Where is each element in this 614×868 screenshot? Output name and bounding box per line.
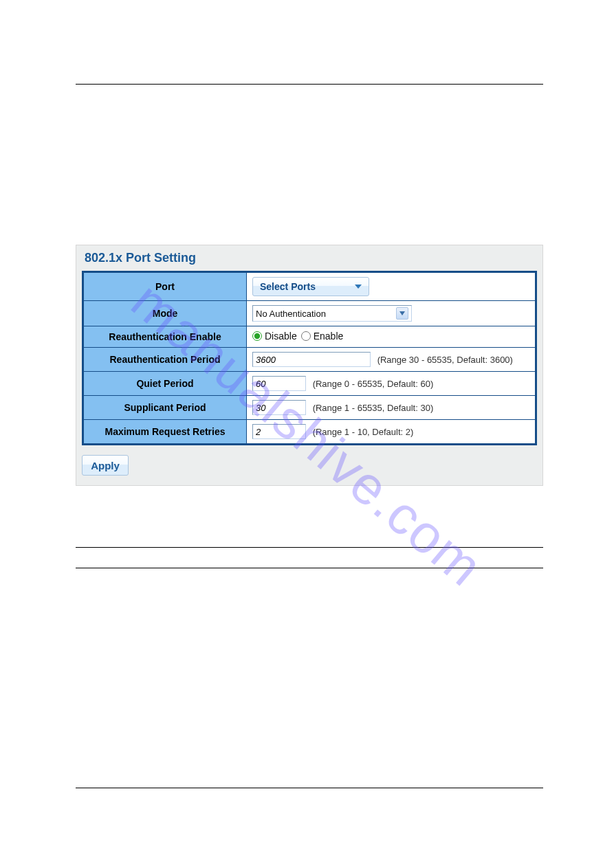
max-retries-input[interactable] <box>252 424 306 439</box>
mode-select[interactable]: No Authentication <box>252 305 412 322</box>
panel-title: 802.1x Port Setting <box>76 245 542 271</box>
radio-disable-label[interactable]: Disable <box>252 331 297 342</box>
radio-disable[interactable] <box>252 331 262 341</box>
quiet-period-input[interactable] <box>252 376 306 391</box>
row-reauth-period: Reauthentication Period (Range 30 - 6553… <box>83 348 536 372</box>
reauth-period-input[interactable] <box>252 352 371 367</box>
label-reauth-period: Reauthentication Period <box>83 348 247 372</box>
mid-divider-block <box>76 529 543 570</box>
label-max-retries: Maximum Request Retries <box>83 420 247 445</box>
supplicant-period-hint: (Range 1 - 65535, Default: 30) <box>313 403 434 413</box>
label-supplicant-period: Supplicant Period <box>83 396 247 420</box>
radio-enable[interactable] <box>301 331 311 341</box>
quiet-period-hint: (Range 0 - 65535, Default: 60) <box>313 379 434 389</box>
supplicant-period-input[interactable] <box>252 400 306 415</box>
chevron-down-icon <box>355 285 362 289</box>
settings-panel: 802.1x Port Setting Port Select Ports Mo… <box>76 245 543 486</box>
select-ports-button[interactable]: Select Ports <box>252 277 369 296</box>
row-supplicant-period: Supplicant Period (Range 1 - 65535, Defa… <box>83 396 536 420</box>
settings-table: Port Select Ports Mode No Authentication <box>82 271 537 445</box>
mode-value: No Authentication <box>256 309 326 319</box>
radio-enable-label[interactable]: Enable <box>301 331 344 342</box>
bottom-divider-block <box>76 748 543 821</box>
label-port: Port <box>83 272 247 301</box>
row-mode: Mode No Authentication <box>83 301 536 326</box>
label-reauth-enable: Reauthentication Enable <box>83 326 247 348</box>
label-mode: Mode <box>83 301 247 326</box>
top-divider-block <box>76 62 543 110</box>
reauth-enable-radios: Disable Enable <box>252 331 343 342</box>
row-quiet-period: Quiet Period (Range 0 - 65535, Default: … <box>83 372 536 396</box>
chevron-down-icon <box>396 307 408 320</box>
row-max-retries: Maximum Request Retries (Range 1 - 10, D… <box>83 420 536 445</box>
apply-button[interactable]: Apply <box>82 455 129 476</box>
select-ports-label: Select Ports <box>260 281 316 292</box>
row-reauth-enable: Reauthentication Enable Disable Enable <box>83 326 536 348</box>
row-port: Port Select Ports <box>83 272 536 301</box>
label-quiet-period: Quiet Period <box>83 372 247 396</box>
max-retries-hint: (Range 1 - 10, Default: 2) <box>313 427 414 437</box>
reauth-period-hint: (Range 30 - 65535, Default: 3600) <box>377 355 513 365</box>
